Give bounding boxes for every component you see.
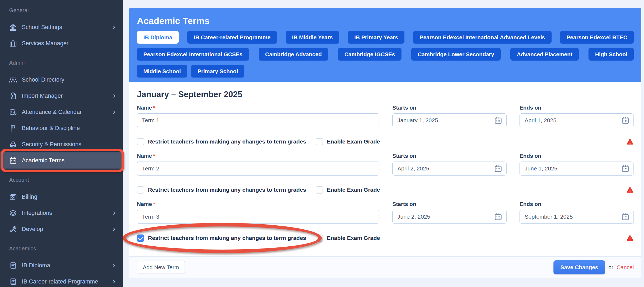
term-name-input[interactable] bbox=[137, 113, 379, 127]
enable-exam-grade-checkbox[interactable] bbox=[316, 138, 323, 145]
restrict-grades-label: Restrict teachers from making any change… bbox=[148, 187, 306, 193]
calendar-clock-icon bbox=[9, 108, 17, 116]
save-changes-button[interactable]: Save Changes bbox=[553, 260, 605, 274]
panel-footer: Add New Term Save Changes or Cancel bbox=[129, 256, 641, 278]
term-name-input[interactable] bbox=[137, 162, 379, 176]
calendar-icon[interactable] bbox=[621, 212, 630, 222]
import-icon bbox=[9, 92, 17, 100]
programme-tab[interactable]: Middle School bbox=[137, 65, 187, 78]
calendar-icon[interactable] bbox=[493, 164, 503, 173]
panel-header: Academic Terms IB Diploma IB Career-rela… bbox=[129, 8, 641, 82]
programme-tab[interactable]: Pearson Edexcel International GCSEs bbox=[137, 48, 249, 61]
restrict-grades-checkbox[interactable] bbox=[137, 138, 144, 145]
programme-tabs-row-1: IB Diploma IB Career-related Programme I… bbox=[137, 31, 634, 44]
chevron-right-icon bbox=[112, 263, 116, 268]
chevron-right-icon bbox=[112, 94, 116, 98]
calendar-icon[interactable] bbox=[621, 116, 630, 125]
layers-icon bbox=[9, 209, 17, 217]
programme-tab[interactable]: Pearson Edexcel BTEC bbox=[560, 31, 634, 44]
programme-tab[interactable]: Primary School bbox=[191, 65, 244, 78]
restrict-grades-checkbox[interactable] bbox=[137, 234, 144, 242]
sidebar-item[interactable]: School Directory bbox=[0, 72, 123, 88]
restrict-grades-checkbox[interactable] bbox=[137, 186, 144, 194]
term-rows: Name* Starts on bbox=[137, 104, 634, 242]
calendar-icon[interactable] bbox=[621, 164, 630, 173]
chevron-right-icon bbox=[112, 227, 116, 232]
term-row: Name* Starts on bbox=[137, 104, 634, 146]
starts-on-input[interactable] bbox=[392, 210, 507, 224]
term-checkbox-row: Restrict teachers from making any change… bbox=[137, 138, 634, 146]
sidebar: General School Settings Services Manager bbox=[0, 0, 123, 287]
starts-on-input[interactable] bbox=[392, 162, 507, 176]
book-cp-icon: CP bbox=[9, 277, 17, 286]
sidebar-academics-list: DP IB Diploma CP IB Career-related Progr… bbox=[0, 257, 123, 287]
tools-icon bbox=[9, 225, 17, 233]
svg-text:CP: CP bbox=[11, 279, 15, 282]
enable-exam-grade-label: Enable Exam Grade bbox=[327, 187, 380, 193]
users-icon bbox=[9, 75, 17, 84]
sidebar-admin-list: School Directory Import Manager Attend bbox=[0, 72, 123, 169]
required-asterisk: * bbox=[153, 201, 155, 207]
programme-tab[interactable]: High School bbox=[588, 48, 634, 61]
enable-exam-grade-label: Enable Exam Grade bbox=[327, 235, 380, 241]
section-title: January – September 2025 bbox=[137, 89, 634, 100]
programme-tab[interactable]: Cambridge IGCSEs bbox=[338, 48, 401, 61]
sidebar-item[interactable]: Services Manager bbox=[0, 35, 123, 51]
cancel-link[interactable]: Cancel bbox=[617, 264, 634, 271]
sidebar-item-label: Attendance & Calendar bbox=[22, 109, 82, 116]
name-label: Name* bbox=[137, 104, 379, 111]
enable-exam-grade-checkbox[interactable] bbox=[316, 186, 323, 194]
calendar-icon[interactable] bbox=[493, 116, 503, 125]
sidebar-item[interactable]: Billing bbox=[0, 189, 123, 205]
programme-tab[interactable]: Cambridge Advanced bbox=[259, 48, 328, 61]
sidebar-item[interactable]: School Settings bbox=[0, 19, 123, 35]
sidebar-item-label: IB Career-related Programme bbox=[22, 278, 98, 285]
term-checkbox-row: Restrict teachers from making any change… bbox=[137, 186, 634, 194]
academic-terms-panel: Academic Terms IB Diploma IB Career-rela… bbox=[129, 8, 641, 278]
programme-tab[interactable]: IB Career-related Programme bbox=[187, 31, 277, 44]
sidebar-item[interactable]: Attendance & Calendar bbox=[0, 104, 123, 120]
starts-on-input[interactable] bbox=[392, 113, 507, 127]
ends-on-input[interactable] bbox=[520, 210, 634, 224]
programme-tab[interactable]: Cambridge Lower Secondary bbox=[411, 48, 501, 61]
sidebar-item-label: IB Diploma bbox=[22, 262, 50, 269]
chevron-right-icon bbox=[112, 279, 116, 284]
programme-tab[interactable]: IB Diploma bbox=[137, 31, 179, 44]
sidebar-item[interactable]: Import Manager bbox=[0, 88, 123, 104]
term-name-input[interactable] bbox=[137, 210, 379, 224]
ends-on-input[interactable] bbox=[520, 162, 634, 176]
sidebar-item[interactable]: Behaviour & Discipline bbox=[0, 120, 123, 136]
restrict-grades-label: Restrict teachers from making any change… bbox=[148, 138, 306, 145]
enable-exam-grade-label: Enable Exam Grade bbox=[327, 138, 380, 145]
programme-tab[interactable]: Pearson Edexcel International Advanced L… bbox=[413, 31, 551, 44]
warning-icon bbox=[626, 235, 634, 242]
enable-exam-grade-checkbox[interactable] bbox=[316, 234, 323, 242]
chevron-right-icon bbox=[112, 25, 116, 30]
programme-tab[interactable]: IB Middle Years bbox=[286, 31, 339, 44]
add-new-term-button[interactable]: Add New Term bbox=[137, 261, 185, 274]
briefcase-icon bbox=[9, 39, 17, 48]
sidebar-item[interactable]: Integrations bbox=[0, 205, 123, 221]
name-label: Name* bbox=[137, 153, 379, 159]
svg-text:DP: DP bbox=[11, 263, 15, 266]
sidebar-section-header: Academics bbox=[0, 245, 123, 252]
term-row: Name* Starts on bbox=[137, 153, 634, 194]
calendar-icon bbox=[9, 156, 17, 165]
ends-on-input[interactable] bbox=[520, 113, 634, 127]
chevron-right-icon bbox=[112, 110, 116, 114]
sidebar-item[interactable]: Academic Terms bbox=[0, 152, 123, 169]
sidebar-item[interactable]: CP IB Career-related Programme bbox=[0, 274, 123, 287]
required-asterisk: * bbox=[153, 153, 155, 159]
sidebar-section-general: General School Settings Services Manager bbox=[0, 7, 123, 51]
sidebar-item[interactable]: Develop bbox=[0, 221, 123, 237]
chevron-right-icon bbox=[112, 211, 116, 215]
sidebar-item[interactable]: DP IB Diploma bbox=[0, 257, 123, 274]
sidebar-item[interactable]: Security & Permissions bbox=[0, 136, 123, 152]
starts-on-label: Starts on bbox=[392, 153, 507, 159]
sidebar-item-label: Behaviour & Discipline bbox=[22, 125, 80, 132]
programme-tab[interactable]: IB Primary Years bbox=[348, 31, 405, 44]
book-dp-icon: DP bbox=[9, 261, 17, 270]
programme-tab[interactable]: Advanced Placement bbox=[510, 48, 579, 61]
calendar-icon[interactable] bbox=[493, 212, 503, 222]
sidebar-item-label: School Settings bbox=[22, 24, 62, 31]
